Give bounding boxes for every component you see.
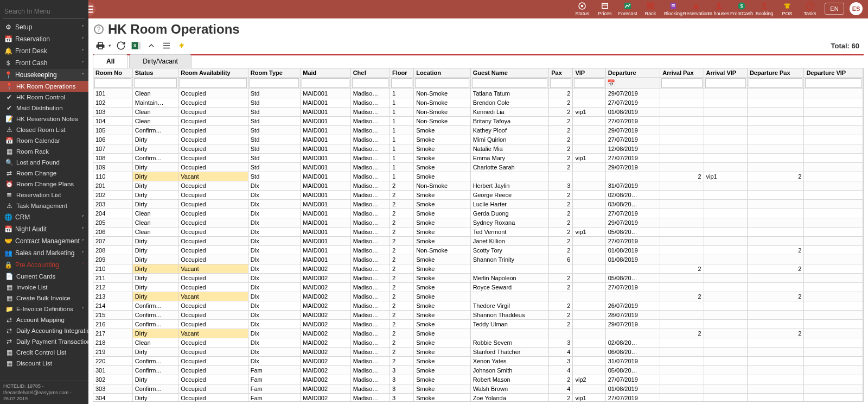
table-row[interactable]: 304DirtyOccupiedFamMAID002Madiso…3SmokeZ… [93,394,863,402]
sidebar-item-front-cash[interactable]: ＄ Front Cash ˅ [0,57,88,69]
sidebar-subitem-room-rack[interactable]: ▦ Room Rack [0,146,88,157]
sidebar-subitem-lost-and-found[interactable]: 🔍 Lost and Found [0,157,88,168]
sidebar-subitem-maid-distribution[interactable]: ✔ Maid Distribution [0,103,88,113]
column-filter-input[interactable] [302,78,349,88]
sidebar-subitem-hk-room-operations[interactable]: 📍 HK Room Operations [0,81,88,92]
menu-search-input[interactable] [3,4,85,19]
column-header[interactable]: Status [132,68,178,78]
user-avatar[interactable]: ES [850,2,863,15]
topbar-item-frontcash[interactable]: $ FrontCash [730,0,753,16]
table-row[interactable]: 103CleanOccupiedStdMAID001Madiso…1Non-Sm… [93,108,863,117]
grid-scroll[interactable]: Room NoStatusRoom AvailabilityRoom TypeM… [93,68,864,402]
column-header[interactable]: Room Availability [178,68,248,78]
sidebar-item-setup[interactable]: ⚙ Setup ˅ [0,21,88,33]
list-view-button[interactable] [160,39,173,52]
help-icon[interactable]: ? [94,24,104,34]
table-row[interactable]: 212DirtyOccupiedDlxMAID002Madiso…2SmokeR… [93,283,863,292]
column-filter-input[interactable] [391,78,412,88]
table-row[interactable]: 208DirtyOccupiedDlxMAID001Madiso…2Non-Sm… [93,246,863,255]
sidebar-item-reservation[interactable]: 📅 Reservation ˅ [0,33,88,45]
column-header[interactable]: Arrival Pax [660,68,704,78]
topbar-item-prices[interactable]: Prices [593,0,616,16]
table-row[interactable]: 101CleanOccupiedStdMAID001Madiso…1Non-Sm… [93,89,863,98]
table-row[interactable]: 220Confirm…OccupiedDlxMAID002Madiso…2Smo… [93,357,863,366]
column-filter-input[interactable] [574,78,604,88]
column-header[interactable]: Maid [301,68,350,78]
column-filter-input[interactable] [250,78,299,88]
column-header[interactable]: Departure [605,68,660,78]
table-row[interactable]: 106DirtyOccupiedStdMAID001Madiso…1SmokeM… [93,135,863,144]
quick-action-button[interactable] [175,39,188,52]
table-row[interactable]: 201DirtyOccupiedDlxMAID001Madiso…2Non-Sm… [93,181,863,191]
excel-export-button[interactable]: X [130,39,143,52]
column-header[interactable]: Departure VIP [804,68,863,78]
table-row[interactable]: 210DirtyVacantDlxMAID002Madiso…2Smoke22 [93,264,863,274]
sidebar-item-housekeeping[interactable]: 📍 Housekeeping ˄ [0,69,88,81]
column-header[interactable]: Room No [93,68,132,78]
table-row[interactable]: 216Confirm…OccupiedDlxMAID002Madiso…2Smo… [93,320,863,329]
table-row[interactable]: 207DirtyOccupiedDlxMAID001Madiso…2SmokeJ… [93,237,863,246]
sidebar-item-pre-accounting[interactable]: 🔒 Pre Accounting ˄ [0,259,88,271]
sidebar-subitem-reservation-list[interactable]: ≣ Reservation List [0,190,88,200]
sidebar-subitem-credit-control-list[interactable]: ▦ Credit Control List [0,347,88,358]
table-row[interactable]: 104CleanOccupiedStdMAID001Madiso…1Non-Sm… [93,117,863,126]
table-row[interactable]: 110DirtyVacantStdMAID001Madiso…1Smoke2vi… [93,172,863,181]
sidebar-item-night-audit[interactable]: 📅 Night Audit ˅ [0,223,88,235]
sidebar-subitem-room-change[interactable]: ⇄ Room Change [0,168,88,179]
sidebar-subitem-task-management[interactable]: ⚠ Task Management [0,200,88,211]
sidebar-subitem-account-mapping[interactable]: ⇄ Account Mapping [0,314,88,325]
sidebar-subitem-daily-accounting-integration[interactable]: ⇄ Daily Accounting Integration [0,325,88,336]
table-row[interactable]: 213DirtyVacantDlxMAID002Madiso…2Smoke22 [93,292,863,301]
column-filter-input[interactable] [705,78,746,88]
refresh-button[interactable] [114,39,127,52]
sidebar-item-front-desk[interactable]: 🔔 Front Desk ˅ [0,45,88,57]
topbar-item-blocking[interactable]: Blocking [662,0,685,16]
sidebar-subitem-room-change-plans[interactable]: ⏰ Room Change Plans [0,179,88,190]
table-row[interactable]: 209DirtyOccupiedDlxMAID001Madiso…2SmokeS… [93,255,863,264]
table-row[interactable]: 109DirtyOccupiedStdMAID001Madiso…1SmokeC… [93,163,863,172]
column-filter-input[interactable] [94,78,131,88]
sidebar-subitem-e-invoice-definitions[interactable]: 📁 E-Invoice Definitions ˅ [0,304,88,314]
column-filter-input[interactable] [134,78,177,88]
print-button[interactable] [94,39,107,52]
column-filter-input[interactable] [472,78,548,88]
column-header[interactable]: VIP [573,68,605,78]
column-header[interactable]: Chef [350,68,390,78]
column-filter-input[interactable] [805,78,861,88]
sidebar-item-crm[interactable]: 🌐 CRM ˅ [0,211,88,223]
sidebar-subitem-discount-list[interactable]: ▦ Discount List [0,358,88,369]
sidebar-subitem-room-calendar[interactable]: 📅 Room Calendar [0,135,88,146]
table-row[interactable]: 211DirtyOccupiedDlxMAID002Madiso…2SmokeM… [93,274,863,283]
column-filter-input[interactable] [352,78,388,88]
column-filter-input[interactable] [749,78,802,88]
topbar-item-status[interactable]: Status [571,0,593,16]
sidebar-item-sales-and-marketing[interactable]: 👥 Sales and Marketing ˅ [0,247,88,259]
column-header[interactable]: Floor [390,68,413,78]
calendar-filter-icon[interactable]: 📅 [607,79,616,87]
table-row[interactable]: 217DirtyVacantDlxMAID002Madiso…2Smoke22 [93,329,863,338]
table-row[interactable]: 204CleanOccupiedDlxMAID001Madiso…2SmokeG… [93,209,863,218]
sidebar-subitem-hk-room-control[interactable]: ✔ HK Room Control [0,92,88,103]
tab-all[interactable]: All [93,54,128,68]
table-row[interactable]: 105Confirm…OccupiedStdMAID001Madiso…1Smo… [93,126,863,135]
table-row[interactable]: 303Confirm…OccupiedFamMAID002Madiso…3Smo… [93,384,863,394]
topbar-item-pos[interactable]: POS [776,0,799,16]
tab-dirty-vacant[interactable]: Dirty/Vacant [129,54,191,68]
sidebar-subitem-invoice-list[interactable]: ▦ Invoice List [0,282,88,293]
column-header[interactable]: Room Type [248,68,300,78]
table-row[interactable]: 219DirtyOccupiedDlxMAID002Madiso…2SmokeS… [93,348,863,357]
topbar-item-tasks[interactable]: Tasks [799,0,821,16]
column-header[interactable]: Location [414,68,470,78]
table-row[interactable]: 301Confirm…OccupiedFamMAID002Madiso…3Smo… [93,366,863,375]
column-filter-input[interactable] [550,78,571,88]
column-filter-input[interactable] [661,78,702,88]
table-row[interactable]: 205CleanOccupiedDlxMAID001Madiso…2SmokeS… [93,218,863,228]
sidebar-subitem-current-cards[interactable]: 📄 Current Cards [0,271,88,282]
column-header[interactable]: Guest Name [470,68,549,78]
sidebar-subitem-daily-payment-transaction[interactable]: ⇄ Daily Payment Transaction [0,336,88,347]
table-row[interactable]: 202DirtyOccupiedDlxMAID001Madiso…2SmokeG… [93,191,863,200]
table-row[interactable]: 218CleanOccupiedDlxMAID002Madiso…2SmokeR… [93,338,863,348]
sidebar-subitem-hk-reservation-notes[interactable]: 📝 HK Reservation Notes [0,113,88,124]
topbar-item-inhouses[interactable]: In houses [707,0,730,16]
table-row[interactable]: 203DirtyOccupiedDlxMAID001Madiso…2SmokeL… [93,200,863,209]
